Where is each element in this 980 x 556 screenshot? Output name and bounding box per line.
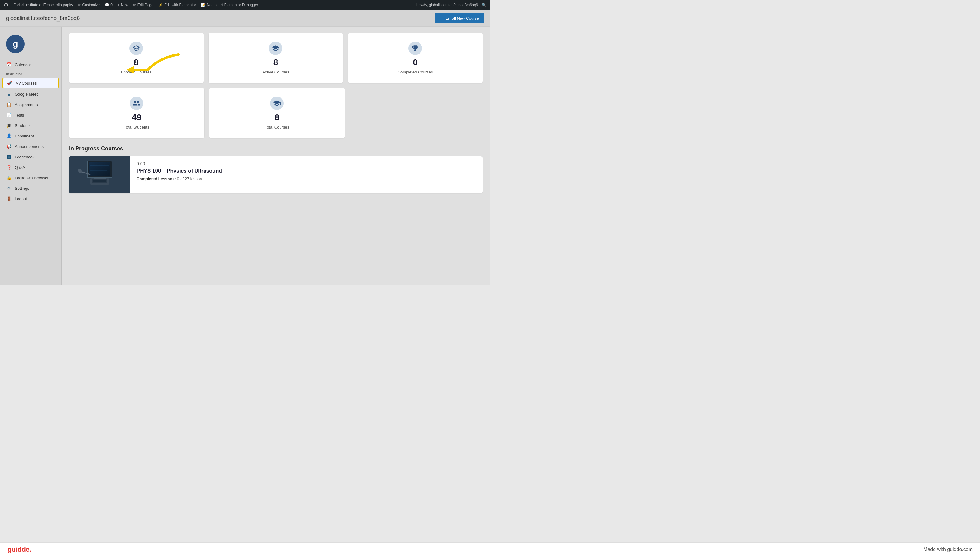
admin-bar: ⚙ Global Institute of Echocardiography ✏… (0, 0, 490, 10)
total-students-icon (130, 97, 143, 110)
customize-icon: ✏ (78, 3, 81, 7)
in-progress-title: In Progress Courses (69, 145, 483, 152)
sidebar-item-students[interactable]: 🎓 Students (0, 120, 61, 131)
page-title: globalinstituteofecho_8m6pq6 (6, 15, 80, 21)
edit-page-link[interactable]: ✏ Edit Page (133, 3, 154, 7)
stat-card-enrolled[interactable]: 8 Enrolled Courses (69, 33, 204, 83)
lessons-progress: 0 of 27 lesson (177, 176, 202, 181)
calendar-icon: 📅 (6, 62, 12, 67)
assignments-icon: 📋 (6, 102, 12, 107)
course-thumbnail (69, 156, 130, 193)
site-name-link[interactable]: Global Institute of Echocardiography (13, 3, 73, 7)
elementor-icon: ⚡ (158, 3, 163, 7)
comment-icon: 💬 (105, 3, 109, 7)
course-thumbnail-image (69, 156, 130, 193)
course-price: 0.00 (137, 161, 477, 166)
students-icon: 🎓 (6, 123, 12, 128)
sidebar-item-announcements[interactable]: 📢 Announcements (0, 141, 61, 152)
new-link[interactable]: + New (118, 3, 128, 7)
completed-lessons-label: Completed Lessons: (137, 176, 176, 181)
total-courses-icon (270, 97, 284, 110)
stat-card-completed[interactable]: 0 Completed Courses (348, 33, 483, 83)
howdy-text: Howdy, globalinstituteofecho_8m6pq6 (416, 3, 478, 7)
svg-rect-10 (92, 179, 107, 183)
active-count: 8 (273, 58, 278, 67)
stat-card-total-courses[interactable]: 8 Total Courses (209, 88, 344, 138)
course-lessons: Completed Lessons: 0 of 27 lesson (137, 176, 477, 181)
sidebar-item-calendar[interactable]: 📅 Calendar (0, 59, 61, 70)
lockdown-icon: 🔒 (6, 175, 12, 180)
wp-logo-icon[interactable]: ⚙ (4, 2, 9, 8)
svg-rect-11 (93, 180, 107, 181)
comments-link[interactable]: 💬 0 (105, 3, 113, 7)
page-header: globalinstituteofecho_8m6pq6 ＋ Enroll Ne… (0, 10, 490, 27)
total-students-label: Total Students (124, 125, 149, 129)
active-icon (269, 42, 282, 55)
sidebar-item-tests[interactable]: 📄 Tests (0, 110, 61, 120)
announcements-icon: 📢 (6, 144, 12, 149)
sidebar-item-assignments[interactable]: 📋 Assignments (0, 99, 61, 110)
sidebar: g 📅 Calendar Instructor 🚀 My Courses 🖥 G… (0, 27, 61, 285)
total-courses-count: 8 (275, 113, 280, 123)
settings-icon: ⚙ (6, 186, 12, 191)
course-title: PHYS 100 – Physics of Ultrasound (137, 168, 477, 174)
stats-grid-top: 8 Enrolled Courses 8 Active Courses (69, 33, 483, 83)
stats-grid-bottom: 49 Total Students 8 Total Courses (69, 88, 345, 138)
course-info: 0.00 PHYS 100 – Physics of Ultrasound Co… (130, 156, 483, 193)
qa-icon: ❓ (6, 165, 12, 170)
avatar: g (6, 35, 24, 53)
completed-icon (409, 42, 422, 55)
rocket-icon: 🚀 (7, 81, 12, 86)
notes-icon: 📝 (201, 3, 205, 7)
svg-rect-4 (89, 162, 110, 176)
gradebook-icon: 🅰 (6, 154, 12, 159)
sidebar-item-lockdown-browser[interactable]: 🔒 Lockdown Browser (0, 173, 61, 183)
debugger-icon: ℹ (222, 3, 223, 7)
plus-icon: + (118, 3, 120, 7)
course-card[interactable]: 0.00 PHYS 100 – Physics of Ultrasound Co… (69, 156, 483, 193)
completed-count: 0 (413, 58, 418, 67)
completed-label: Completed Courses (398, 70, 433, 74)
logout-icon: 🚪 (6, 196, 12, 201)
elementor-debugger-link[interactable]: ℹ Elementor Debugger (222, 3, 259, 7)
total-students-count: 49 (132, 113, 141, 123)
sidebar-item-settings[interactable]: ⚙ Settings (0, 183, 61, 194)
enrollment-icon: 👤 (6, 134, 12, 138)
avatar-area: g (0, 32, 61, 59)
content-area: 8 Enrolled Courses 8 Active Courses (61, 27, 490, 285)
stat-card-active[interactable]: 8 Active Courses (209, 33, 343, 83)
customize-link[interactable]: ✏ Customize (78, 3, 100, 7)
stat-card-total-students[interactable]: 49 Total Students (69, 88, 204, 138)
total-courses-label: Total Courses (265, 125, 289, 129)
enrolled-label: Enrolled Courses (121, 70, 152, 74)
sidebar-item-qa[interactable]: ❓ Q & A (0, 162, 61, 173)
enrolled-count: 8 (134, 58, 139, 67)
sidebar-item-logout[interactable]: 🚪 Logout (0, 194, 61, 204)
sidebar-instructor-label: Instructor (0, 70, 61, 77)
notes-link[interactable]: 📝 Notes (201, 3, 216, 7)
active-label: Active Courses (262, 70, 289, 74)
googlemeet-icon: 🖥 (6, 92, 12, 97)
edit-elementor-link[interactable]: ⚡ Edit with Elementor (158, 3, 196, 7)
tests-icon: 📄 (6, 113, 12, 118)
edit-page-icon: ✏ (133, 3, 136, 7)
sidebar-item-gradebook[interactable]: 🅰 Gradebook (0, 152, 61, 162)
sidebar-item-my-courses[interactable]: 🚀 My Courses (2, 78, 59, 88)
sidebar-item-google-meet[interactable]: 🖥 Google Meet (0, 89, 61, 99)
main-layout: g 📅 Calendar Instructor 🚀 My Courses 🖥 G… (0, 27, 490, 285)
svg-rect-9 (94, 178, 106, 179)
plus-circle-icon: ＋ (440, 15, 444, 21)
enroll-button[interactable]: ＋ Enroll New Course (435, 13, 484, 23)
sidebar-item-enrollment[interactable]: 👤 Enrollment (0, 131, 61, 141)
svg-rect-12 (93, 181, 107, 183)
search-icon[interactable]: 🔍 (482, 3, 486, 7)
enrolled-icon (129, 42, 143, 55)
